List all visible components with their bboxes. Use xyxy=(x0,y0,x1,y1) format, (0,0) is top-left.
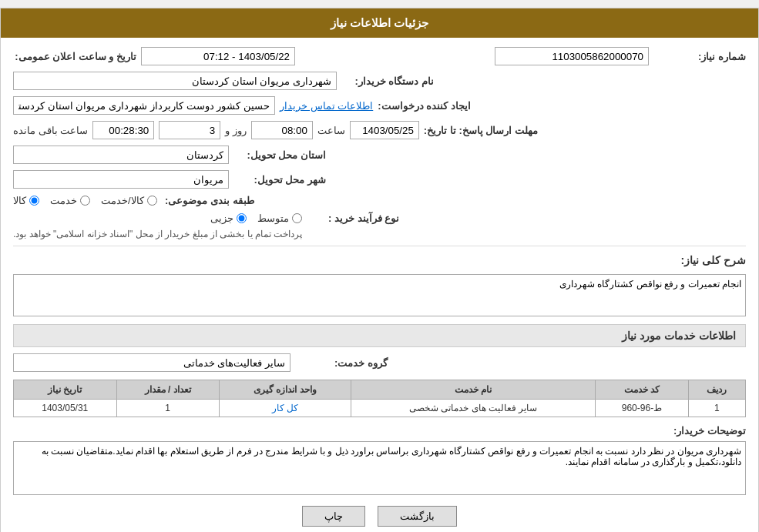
table-row: 1 ط-96-960 سایر فعالیت های خدماتی شخصی ک… xyxy=(14,400,746,417)
need-number-label: شماره نیاز: xyxy=(653,51,746,62)
col-unit: واحد اندازه گیری xyxy=(219,380,351,400)
announce-label: تاریخ و ساعت اعلان عمومی: xyxy=(13,51,136,62)
col-name: نام خدمت xyxy=(351,380,596,400)
remaining-time-input[interactable] xyxy=(92,121,154,139)
process-option-motavasset[interactable]: متوسط xyxy=(257,212,302,224)
deadline-days-label: روز و xyxy=(225,125,247,136)
category-option-kala[interactable]: کالا xyxy=(13,195,39,206)
process-radio-group: متوسط جزیی xyxy=(13,212,302,224)
city-label: شهر محل تحویل: xyxy=(233,174,326,186)
category-radio-kala[interactable] xyxy=(29,196,39,206)
need-number-input[interactable] xyxy=(495,47,649,65)
requester-label: ایجاد کننده درخواست: xyxy=(378,100,471,112)
cell-date: 1403/05/31 xyxy=(14,400,117,417)
need-description-label: شرح کلی نیاز: xyxy=(661,251,746,269)
category-label: طبقه بندی موضوعی: xyxy=(162,195,254,206)
deadline-time-label: ساعت xyxy=(317,125,345,136)
process-radio-motavasset[interactable] xyxy=(292,213,302,223)
process-note: پرداخت تمام یا بخشی از مبلغ خریدار از مح… xyxy=(13,229,302,239)
requester-contact-link[interactable]: اطلاعات تماس خریدار xyxy=(280,100,373,112)
cell-name: سایر فعالیت های خدماتی شخصی xyxy=(351,400,596,417)
col-date: تاریخ نیاز xyxy=(14,380,117,400)
announce-date-input[interactable] xyxy=(141,47,295,65)
back-button[interactable]: بازگشت xyxy=(378,506,457,527)
requester-input[interactable] xyxy=(13,96,275,115)
category-radio-group: کالا/خدمت خدمت کالا xyxy=(13,195,157,206)
col-row: ردیف xyxy=(688,380,745,400)
buyer-notes-textarea[interactable]: شهرداری مریوان در نظر دارد نسبت به انجام… xyxy=(13,441,746,495)
deadline-time-input[interactable] xyxy=(251,121,313,139)
deadline-label: مهلت ارسال پاسخ: تا تاریخ: xyxy=(424,125,538,136)
buyer-name-input[interactable] xyxy=(13,72,337,90)
category-radio-kala-khedmat[interactable] xyxy=(147,196,157,206)
need-description-textarea[interactable]: انجام تعمیرات و رفع نواقص کشتارگاه شهردا… xyxy=(13,274,746,316)
buyer-notes-label: توضیحات خریدار: xyxy=(653,425,746,437)
city-input[interactable] xyxy=(13,170,229,189)
category-option-kala-khedmat[interactable]: کالا/خدمت xyxy=(101,195,157,206)
province-input[interactable] xyxy=(13,146,229,164)
print-button[interactable]: چاپ xyxy=(302,506,365,527)
cell-unit: کل کار xyxy=(219,400,351,417)
deadline-date-input[interactable] xyxy=(350,121,419,139)
process-option-jozyi[interactable]: جزیی xyxy=(210,212,247,224)
service-group-input[interactable] xyxy=(13,353,291,372)
col-code: کد خدمت xyxy=(596,380,688,400)
category-option-khedmat[interactable]: خدمت xyxy=(50,195,90,206)
page-header: جزئیات اطلاعات نیاز xyxy=(1,8,758,38)
deadline-days-input[interactable] xyxy=(159,121,220,139)
services-section-title: اطلاعات خدمات مورد نیاز xyxy=(13,324,746,347)
remaining-label: ساعت باقی مانده xyxy=(13,125,88,136)
col-count: تعداد / مقدار xyxy=(116,380,219,400)
cell-row: 1 xyxy=(688,400,745,417)
cell-code: ط-96-960 xyxy=(596,400,688,417)
category-radio-khedmat[interactable] xyxy=(80,196,90,206)
services-table: ردیف کد خدمت نام خدمت واحد اندازه گیری ت… xyxy=(13,380,746,417)
cell-count: 1 xyxy=(116,400,219,417)
process-radio-jozyi[interactable] xyxy=(237,213,247,223)
services-table-section: ردیف کد خدمت نام خدمت واحد اندازه گیری ت… xyxy=(13,380,746,417)
button-group: بازگشت چاپ xyxy=(13,506,746,527)
page-title: جزئیات اطلاعات نیاز xyxy=(331,16,428,29)
service-group-label: گروه خدمت: xyxy=(295,357,388,369)
buyer-name-label: نام دستگاه خریدار: xyxy=(341,75,434,87)
process-label: نوع فرآیند خرید : xyxy=(307,212,399,224)
province-label: استان محل تحویل: xyxy=(233,149,326,161)
